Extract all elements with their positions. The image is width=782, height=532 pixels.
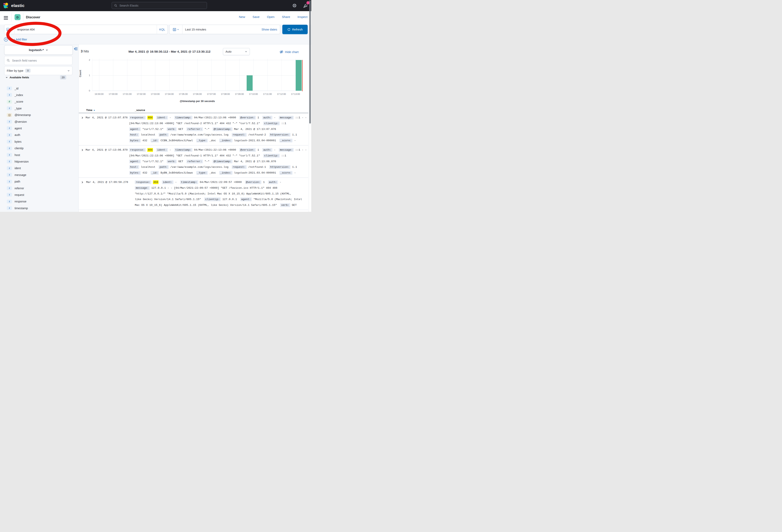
vertical-scrollbar[interactable] xyxy=(309,0,311,123)
expand-row-icon[interactable] xyxy=(79,147,85,176)
field-item-referrer[interactable]: treferrer xyxy=(0,185,78,191)
histogram-bar-17:13:00[interactable] xyxy=(296,60,302,91)
field-item-bytes[interactable]: tbytes xyxy=(0,138,78,145)
expand-row-icon[interactable] xyxy=(79,180,86,208)
filter-icon[interactable] xyxy=(4,37,8,42)
field-type-string-icon: t xyxy=(7,140,12,144)
table-row[interactable]: Mar 4, 2021 @ 17:13:07.876response: 404 … xyxy=(79,113,308,146)
field-badge: auth: xyxy=(262,148,272,152)
source-line: "http://127.0.0.1/" "Mozilla/5.0 (Macint… xyxy=(135,191,307,197)
available-fields-count: 20 xyxy=(60,75,66,79)
field-item-_id[interactable]: t_id xyxy=(0,85,78,92)
menu-hamburger-icon[interactable] xyxy=(4,16,8,20)
source-line: host: localhost path: /var/www/example.c… xyxy=(129,132,307,138)
field-item-agent[interactable]: tagent xyxy=(0,125,78,131)
field-item-auth[interactable]: tauth xyxy=(0,132,78,138)
field-badge: response: xyxy=(129,116,146,120)
table-row[interactable]: Mar 4, 2021 @ 17:09:58.278response: 404 … xyxy=(79,178,308,210)
action-open[interactable]: Open xyxy=(267,15,275,19)
interval-select[interactable]: Auto xyxy=(223,48,250,55)
field-item-clientip[interactable]: tclientip xyxy=(0,145,78,152)
global-search[interactable] xyxy=(112,2,207,9)
source-line: bytes: 432 _id: ByBN_3cB04dGovJLOawo _ty… xyxy=(129,170,307,176)
field-item-request[interactable]: trequest xyxy=(0,191,78,198)
show-dates-button[interactable]: Show dates xyxy=(261,28,280,31)
gridline xyxy=(169,59,170,91)
refresh-icon xyxy=(287,28,290,31)
hide-chart-button[interactable]: Hide chart xyxy=(280,50,298,54)
global-search-input[interactable] xyxy=(119,4,204,7)
column-header-time[interactable]: Time▼ xyxy=(86,109,95,112)
field-item-_index[interactable]: t_index xyxy=(0,92,78,98)
field-item-response[interactable]: tresponse xyxy=(0,198,78,205)
field-search[interactable] xyxy=(4,56,72,65)
field-item-@version[interactable]: t@version xyxy=(0,118,78,125)
help-icon[interactable] xyxy=(292,3,297,8)
source-text: "-" xyxy=(203,160,213,163)
filter-by-type-label: Filter by type xyxy=(7,69,23,72)
field-item-ident[interactable]: tident xyxy=(0,165,78,172)
add-filter-button[interactable]: + Add filter xyxy=(13,38,27,41)
filter-by-type-select[interactable]: Filter by type 0 xyxy=(4,66,72,75)
gridline xyxy=(127,59,128,91)
elastic-logo[interactable]: elastic xyxy=(3,3,25,8)
chevron-down-icon xyxy=(10,29,12,31)
source-text: /var/www/example.com/logs/access.log xyxy=(169,165,232,168)
action-share[interactable]: Share xyxy=(282,15,290,19)
available-fields-header[interactable]: Available fields 20 xyxy=(6,76,72,79)
field-item-path[interactable]: tpath xyxy=(0,178,78,185)
row-source: response: 404 ident: - timestamp: 04/Mar… xyxy=(135,180,308,208)
field-search-input[interactable] xyxy=(11,59,70,62)
field-type-string-icon: t xyxy=(7,106,12,110)
action-save[interactable]: Save xyxy=(252,15,259,19)
field-badge: ident: xyxy=(156,148,168,152)
source-text: _doc xyxy=(208,139,219,142)
field-name: httpversion xyxy=(14,160,29,163)
field-item-@timestamp[interactable]: @timestamp xyxy=(0,112,78,118)
hide-chart-label: Hide chart xyxy=(285,50,298,53)
expand-row-icon[interactable] xyxy=(79,115,85,144)
field-name: _type xyxy=(14,107,22,110)
field-badge: response: xyxy=(135,180,151,184)
chevron-down-icon xyxy=(46,49,48,51)
time-range-value[interactable]: Last 15 minutes xyxy=(182,28,261,31)
source-text: - xyxy=(168,116,174,119)
field-badge: host: xyxy=(129,165,139,169)
source-text: 1 xyxy=(261,181,268,184)
field-type-date-icon xyxy=(7,113,12,117)
field-item-timestamp[interactable]: ttimestamp xyxy=(0,205,78,212)
source-text: 432 xyxy=(141,172,150,174)
histogram-bar-17:09:30[interactable] xyxy=(247,75,253,91)
sort-desc-icon[interactable]: ▼ xyxy=(93,109,95,111)
gridline xyxy=(99,59,99,91)
field-item-_score[interactable]: #_score xyxy=(0,99,78,105)
space-avatar[interactable]: D xyxy=(14,14,21,20)
field-badge: timestamp: xyxy=(180,180,198,184)
field-type-string-icon: t xyxy=(7,120,12,123)
filter-bar: + Add filter xyxy=(4,37,27,42)
action-new[interactable]: New xyxy=(239,15,245,19)
source-text: _doc xyxy=(208,172,219,174)
index-pattern-selector[interactable]: logstash-* xyxy=(4,45,73,55)
date-quick-menu-button[interactable] xyxy=(170,25,182,34)
saved-query-menu-button[interactable] xyxy=(4,25,14,34)
source-text: - xyxy=(272,148,279,151)
field-item-message[interactable]: tmessage xyxy=(0,172,78,178)
x-tick-label: 17:01:00 xyxy=(120,93,134,95)
field-badge: _id: xyxy=(150,139,159,143)
query-language-button[interactable]: KQL xyxy=(157,25,168,34)
chevron-down-icon xyxy=(177,29,179,31)
action-inspect[interactable]: Inspect xyxy=(297,15,308,19)
field-item-host[interactable]: thost xyxy=(0,152,78,158)
field-item-httpversion[interactable]: thttpversion xyxy=(0,158,78,165)
row-time: Mar 4, 2021 @ 17:13:07.876 xyxy=(85,115,129,144)
query-input[interactable] xyxy=(14,28,157,31)
table-row[interactable]: Mar 4, 2021 @ 17:13:06.870response: 404 … xyxy=(79,146,308,178)
refresh-button[interactable]: Refresh xyxy=(282,25,308,34)
source-text: localhost xyxy=(139,133,158,136)
field-item-_type[interactable]: t_type xyxy=(0,105,78,112)
field-badge: @timestamp: xyxy=(213,127,232,131)
search-icon xyxy=(114,4,117,7)
collapse-sidebar-icon[interactable] xyxy=(74,47,78,51)
source-text: 04/Mar/2021:22:09:57 +0000 xyxy=(198,181,245,184)
